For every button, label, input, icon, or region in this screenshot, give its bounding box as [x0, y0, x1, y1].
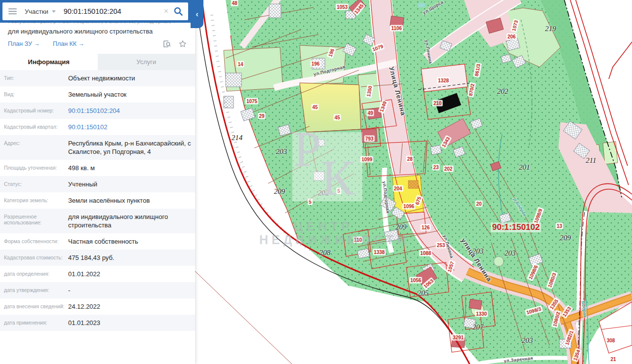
- quarter-label: 203: [276, 147, 287, 156]
- info-row: Тип: Объект недвижимости: [0, 70, 195, 86]
- parcel-label[interactable]: 1355: [548, 297, 560, 312]
- parcel-label[interactable]: 13: [555, 223, 563, 229]
- info-row-value: 475 184,43 руб.: [68, 254, 191, 262]
- parcel-label[interactable]: 5: [336, 188, 341, 194]
- info-row-value[interactable]: 90:01:150102:204: [68, 107, 191, 115]
- parcel-label[interactable]: 1099: [360, 156, 373, 163]
- info-row: дата утверждения: -: [0, 282, 195, 298]
- parcel-label[interactable]: 126: [421, 224, 431, 231]
- parcel-label[interactable]: 1057: [446, 260, 456, 274]
- info-row-value[interactable]: 90:01:150102: [68, 123, 191, 131]
- parcel-label[interactable]: 1343: [440, 135, 452, 149]
- map-labels-layer: 4810531345110610792061073141961961075294…: [195, 0, 632, 364]
- quarter-label: 201: [519, 163, 530, 172]
- parcel-label[interactable]: 1098/6: [527, 263, 540, 282]
- parcel-label[interactable]: 1330: [475, 311, 488, 317]
- info-row-value: Объект недвижимости: [68, 74, 191, 82]
- parcel-label[interactable]: 1328: [437, 77, 450, 84]
- info-row-value: Земли населённых пунктов: [68, 196, 191, 205]
- plan-link[interactable]: План ЗУ →: [8, 40, 40, 47]
- parcel-label[interactable]: 1075: [245, 98, 258, 105]
- street-label: ул.Заречная: [504, 356, 533, 364]
- parcel-label[interactable]: 1063: [422, 277, 435, 291]
- parcel-label[interactable]: 21: [609, 356, 617, 363]
- parcel-label[interactable]: 196: [326, 47, 336, 59]
- info-row-label: Кадастровый квартал:: [4, 123, 68, 130]
- info-row: Кадастровая стоимость: 475 184,43 руб.: [0, 250, 195, 266]
- info-row: дата определения: 01.01.2022: [0, 266, 195, 282]
- parcel-label[interactable]: 1349: [378, 99, 388, 113]
- parcel-label[interactable]: 3291: [452, 334, 465, 341]
- parcel-label[interactable]: 1338: [373, 249, 386, 255]
- info-row-label: дата утверждения:: [4, 286, 68, 293]
- parcel-label[interactable]: 202: [443, 166, 454, 172]
- info-row-value: 01.01.2023: [68, 319, 191, 327]
- quarter-label: 209: [395, 223, 407, 231]
- parcel-label[interactable]: 49: [366, 110, 374, 116]
- clear-search-icon[interactable]: ×: [160, 7, 172, 16]
- cadastral-map-app: 4810531345110610792061073141961961075294…: [0, 0, 632, 364]
- info-row: Разрешенное использование: для индивидуа…: [0, 209, 195, 233]
- favorite-button[interactable]: [178, 39, 187, 48]
- parcel-label[interactable]: 48: [231, 0, 238, 6]
- parcel-label[interactable]: 206: [507, 34, 517, 40]
- info-row: дата применения: 01.01.2023: [0, 315, 195, 331]
- street-label: Бодрак: [581, 301, 588, 318]
- parcel-label[interactable]: 20: [475, 201, 482, 207]
- parcel-label[interactable]: 28: [406, 156, 413, 162]
- info-row-label: Вид:: [4, 90, 68, 97]
- parcel-label[interactable]: 14: [237, 61, 244, 68]
- parcel-label[interactable]: 793: [364, 136, 375, 142]
- tab[interactable]: Информация: [0, 54, 98, 70]
- info-row-value: Земельный участок: [68, 90, 191, 99]
- parcel-label[interactable]: 110: [353, 237, 363, 243]
- parcel-label[interactable]: 1056: [409, 277, 422, 284]
- parcel-label[interactable]: 204: [393, 185, 403, 192]
- info-panel: Участки × ‹ Земельный участок 90:01:1501…: [0, 0, 195, 364]
- collapse-panel-button[interactable]: ‹: [191, 0, 203, 28]
- parcel-label[interactable]: 1082/1: [563, 329, 575, 347]
- parcel-label[interactable]: 1080/3: [546, 271, 558, 290]
- info-row-value: Частная собственность: [68, 237, 191, 246]
- parcel-label[interactable]: 308: [606, 337, 616, 344]
- plan-preview-button[interactable]: [162, 39, 171, 48]
- quartal-code-label[interactable]: 90:1:150102: [491, 222, 541, 232]
- info-row-label: дата определения:: [4, 270, 68, 277]
- parcel-label[interactable]: 1088: [419, 250, 432, 256]
- parcel-label[interactable]: 1073: [510, 19, 519, 33]
- parcel-label[interactable]: 1053: [336, 4, 349, 10]
- parcel-label[interactable]: 45: [333, 114, 341, 121]
- tab[interactable]: Услуги: [98, 54, 196, 70]
- parcel-label[interactable]: 1080/2: [551, 310, 562, 328]
- parcel-label[interactable]: 870/2: [467, 82, 476, 98]
- parcel-label[interactable]: 1354: [571, 348, 582, 362]
- parcel-label[interactable]: 5: [308, 199, 313, 205]
- parcel-label[interactable]: 1079: [370, 42, 385, 53]
- map-viewport[interactable]: 4810531345110610792061073141961961075294…: [195, 0, 632, 364]
- parcel-label[interactable]: 1353: [560, 305, 573, 319]
- quarter-label: 202: [318, 189, 329, 197]
- quarter-label: 203: [522, 336, 533, 345]
- info-row-label: Адрес:: [4, 139, 68, 146]
- parcel-label[interactable]: 1345: [353, 2, 366, 16]
- search-category-dropdown[interactable]: Участки: [25, 8, 56, 15]
- parcel-label[interactable]: 1098/3: [525, 305, 543, 316]
- search-button[interactable]: [172, 6, 188, 16]
- parcel-label[interactable]: 45: [311, 104, 318, 110]
- plan-link[interactable]: План КК →: [53, 40, 84, 47]
- search-box: Участки ×: [2, 2, 188, 20]
- parcel-label[interactable]: 210: [433, 100, 443, 107]
- menu-icon[interactable]: [8, 7, 17, 16]
- info-row-label: Кадастровая стоимость:: [4, 254, 68, 260]
- parcel-label[interactable]: 1350: [365, 84, 373, 98]
- street-label: ул.Ленина: [424, 39, 433, 64]
- parcel-label[interactable]: 23: [432, 164, 439, 171]
- parcel-label[interactable]: 196: [311, 61, 321, 67]
- parcel-label[interactable]: 1106: [390, 25, 403, 32]
- parcel-label[interactable]: 1096: [402, 203, 415, 210]
- parcel-label[interactable]: 861/3: [473, 63, 482, 78]
- search-input[interactable]: [63, 7, 160, 16]
- parcel-label[interactable]: 29: [258, 113, 265, 119]
- street-label: улица Ленина: [460, 237, 493, 283]
- quarter-label: 202: [497, 87, 509, 96]
